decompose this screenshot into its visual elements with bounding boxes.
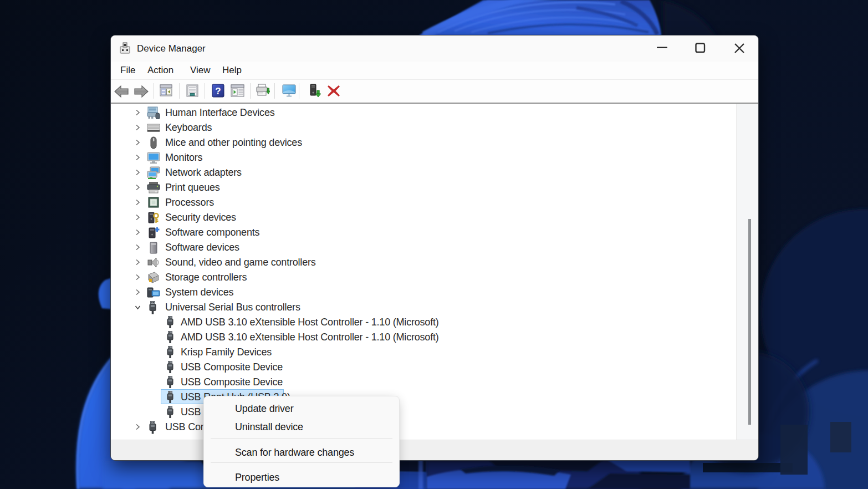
svg-text:?: ? — [215, 86, 221, 96]
